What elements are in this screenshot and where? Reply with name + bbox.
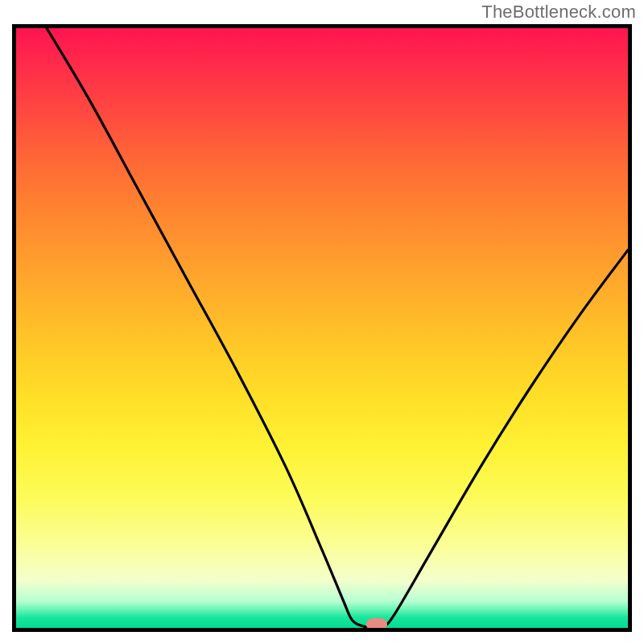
min-marker: [366, 618, 387, 630]
plot-area: [12, 24, 632, 632]
chart-frame: TheBottleneck.com: [0, 0, 644, 644]
attribution-text: TheBottleneck.com: [481, 2, 636, 23]
bottleneck-curve: [16, 28, 628, 628]
